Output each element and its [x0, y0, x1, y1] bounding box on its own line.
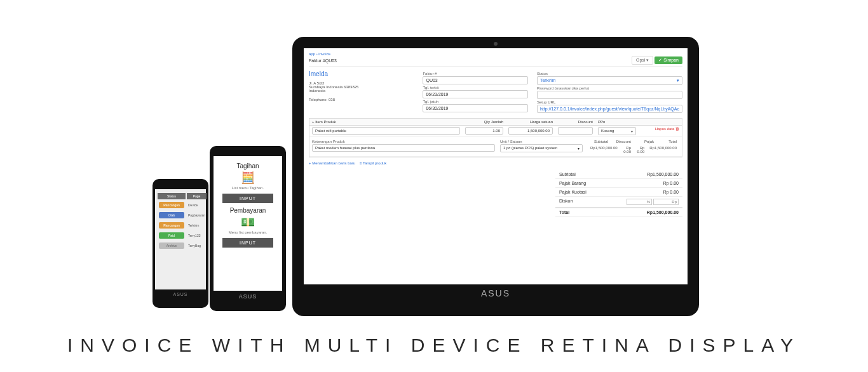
phone-value: 038	[329, 98, 335, 102]
show-products-button[interactable]: ≡ Tampil produk	[360, 161, 386, 165]
tot-total: Rp1,500,000.00	[647, 210, 679, 215]
phone-device: Status Page RancanganDevice OlahPagbayar…	[153, 179, 208, 308]
status-badge: Archive	[159, 242, 184, 249]
add-row-button[interactable]: + Menambahkan baris baru	[309, 161, 355, 165]
delete-row-button[interactable]: Hapus data 🗑	[639, 126, 682, 136]
diskon-rp-input[interactable]	[653, 199, 679, 205]
tot-pajak-kuotasi-label: Pajak Kuotasi	[559, 190, 587, 194]
invoice-app: app › invoice Faktur #QU03 Opsi ▾ ✓ Simp…	[304, 48, 688, 284]
tgl-terbit-input[interactable]: 06/23/2019	[423, 90, 527, 98]
item-row: Paket wifi portable 1.00 1,500,000.00 Ko…	[309, 126, 682, 137]
page-cell: Terkirim	[187, 221, 207, 230]
tagihan-input-button[interactable]: INPUT	[222, 194, 273, 203]
diskon-pct-input[interactable]	[627, 199, 652, 205]
customer-name[interactable]: Imelda	[309, 70, 414, 77]
tot-subtotal: Rp1,500,000.00	[647, 172, 679, 176]
setup-url-input[interactable]: http://127.0.0.1/invoice/index.php/guest…	[537, 105, 682, 113]
status-badge: Rancangan	[159, 202, 184, 208]
table-row[interactable]: PaidTerry123	[158, 231, 207, 240]
asus-logo: ASUS	[304, 288, 688, 298]
table-row[interactable]: RancanganTerkirim	[158, 221, 207, 230]
phone-label: Telephone:	[309, 98, 327, 102]
tagihan-title: Tagihan	[217, 163, 278, 169]
status-label: Status	[537, 72, 682, 76]
tgl-jatuh-label: Tgl. jatuh	[423, 100, 527, 103]
status-select[interactable]: Terkirim▾	[537, 76, 682, 85]
col-price: Harga satuan	[506, 119, 555, 125]
unit-label: Unit / Satuan	[500, 140, 583, 143]
asus-logo: ASUS	[214, 293, 282, 300]
col-discount: Discount	[555, 119, 595, 125]
pembayaran-input-button[interactable]: INPUT	[222, 238, 273, 248]
desc-label: Keterangan Produk	[312, 140, 495, 143]
tot-pajak-barang-label: Pajak Barang	[559, 181, 586, 185]
items-table: + Item Produk Qty Jumlah Harga satuan Di…	[309, 118, 682, 157]
pembayaran-title: Pembayaran	[217, 207, 278, 214]
faktur-label: Faktur #	[423, 72, 527, 76]
page-cell: Device	[187, 201, 207, 209]
status-badge: Paid	[159, 232, 184, 239]
item-price-input[interactable]: 1,500,000.00	[508, 127, 553, 135]
col-status: Status	[158, 193, 186, 199]
sub-pajak: Rp 0.00	[634, 145, 647, 155]
setup-url-label: Setup URL	[537, 100, 682, 104]
tagihan-sub: List menu Tagihan.	[217, 186, 278, 190]
sub-total: Rp1,500,000.00	[647, 145, 679, 155]
sub-discount: Rp 0.00	[620, 145, 634, 155]
page-cell: Pagbayaran	[187, 211, 207, 220]
status-badge: Rancangan	[159, 222, 184, 229]
tot-total-label: Total	[559, 210, 569, 215]
table-row[interactable]: RancanganDevice	[158, 201, 207, 209]
asus-logo: ASUS	[155, 292, 206, 296]
page-cell: Terry123	[187, 231, 207, 240]
hero-caption: INVOICE WITH MULTI DEVICE RETINA DISPLAY	[0, 335, 868, 356]
sub-subtotal-label: Subtotal	[594, 140, 608, 143]
addr-country: Indonesia	[309, 89, 414, 93]
item-disc-input[interactable]	[558, 127, 593, 135]
customer-block: Imelda Jl. A 5/22 Surabaya Indonesia 638…	[309, 70, 414, 113]
item-qty-input[interactable]: 1.00	[465, 127, 503, 135]
password-input[interactable]	[537, 91, 682, 99]
status-table: Status Page RancanganDevice OlahPagbayar…	[156, 192, 208, 251]
item-name-input[interactable]: Paket wifi portable	[312, 127, 460, 135]
item-desc-input[interactable]: Paket modem huawei plus perdana	[312, 144, 495, 152]
sub-discount-label: Discount	[616, 140, 631, 143]
col-ppn: PPn	[595, 119, 639, 125]
page-cell: TerryBag	[187, 241, 207, 250]
tablet-device: Tagihan 🧮 List menu Tagihan. INPUT Pemba…	[210, 146, 286, 311]
tgl-terbit-label: Tgl. terbit	[423, 86, 527, 90]
item-ppn-select[interactable]: Kosong▾	[598, 127, 636, 135]
opsi-button[interactable]: Opsi ▾	[632, 56, 653, 65]
table-row[interactable]: ArchiveTerryBag	[158, 241, 207, 250]
col-item: + Item Produk	[309, 119, 463, 125]
money-icon: 💵	[217, 215, 278, 229]
col-page: Page	[187, 193, 207, 199]
page-title: Faktur #QU03	[309, 58, 337, 63]
item-unit-select[interactable]: 1 pc (pieces PCS) paket system▾	[500, 144, 583, 152]
tot-pajak-barang: Rp 0.00	[663, 181, 679, 185]
table-row[interactable]: OlahPagbayaran	[158, 211, 207, 220]
chevron-down-icon: ▾	[578, 146, 580, 150]
camera-dot	[494, 42, 498, 46]
col-qty: Qty Jumlah	[463, 119, 506, 125]
password-label: Password (masukan jika perlu)	[537, 86, 682, 90]
laptop-device: app › invoice Faktur #QU03 Opsi ▾ ✓ Simp…	[292, 37, 699, 316]
status-badge: Olah	[159, 212, 184, 218]
totals-block: SubtotalRp1,500,000.00 Pajak BarangRp 0.…	[555, 170, 682, 217]
simpan-button[interactable]: ✓ Simpan	[654, 56, 682, 64]
faktur-input[interactable]: QU03	[423, 76, 527, 84]
chevron-down-icon: ▾	[631, 129, 633, 133]
tot-pajak-kuotasi: Rp 0.00	[663, 190, 679, 194]
tot-subtotal-label: Subtotal	[559, 172, 576, 176]
tgl-jatuh-input[interactable]: 06/30/2019	[423, 104, 527, 112]
pembayaran-sub: Menu list pembayaran.	[217, 230, 278, 234]
sub-subtotal: Rp1,500,000.00	[588, 145, 620, 155]
sub-total-label: Total	[668, 140, 677, 143]
tot-diskon-label: Diskon	[559, 199, 573, 205]
sub-pajak-label: Pajak	[644, 140, 654, 143]
chevron-down-icon: ▾	[677, 78, 679, 83]
calculator-icon: 🧮	[217, 171, 278, 185]
